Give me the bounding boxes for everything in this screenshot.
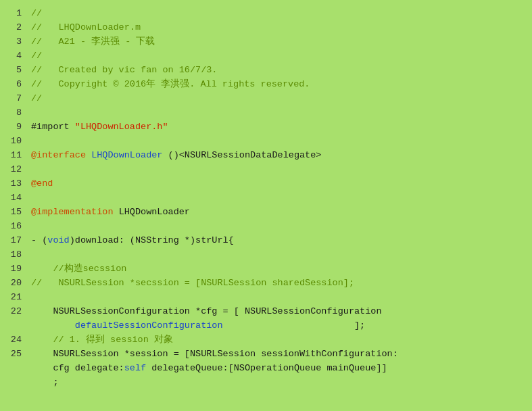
code-line-25-cont2: ; bbox=[0, 376, 532, 390]
line-content: // bbox=[31, 49, 527, 64]
line-number: 19 bbox=[5, 262, 22, 276]
line-content: // Created by vic fan on 16/7/3. bbox=[31, 64, 527, 78]
code-line-22: 22 NSURLSessionConfiguration *cfg = [ NS… bbox=[0, 305, 532, 319]
line-content: // A21 - 李洪强 - 下载 bbox=[31, 35, 527, 49]
line-content: defaultSessionConfiguration ]; bbox=[31, 319, 527, 333]
line-number: 8 bbox=[5, 106, 22, 120]
code-line-21: 21 bbox=[0, 291, 532, 305]
line-number: 22 bbox=[5, 305, 22, 319]
line-number: 18 bbox=[5, 248, 22, 262]
line-number: 2 bbox=[5, 21, 22, 35]
line-number: 4 bbox=[5, 49, 22, 64]
code-line-3: 3 // A21 - 李洪强 - 下载 bbox=[0, 35, 532, 49]
code-line-17: 17 - (void)download: (NSString *)strUrl{ bbox=[0, 234, 532, 248]
line-number: 1 bbox=[5, 7, 22, 21]
line-content: NSURLSession *session = [NSURLSession se… bbox=[31, 347, 527, 362]
line-content bbox=[31, 220, 527, 234]
line-content: cfg delegate:self delegateQueue:[NSOpera… bbox=[31, 362, 527, 376]
line-content: - (void)download: (NSString *)strUrl{ bbox=[31, 234, 527, 248]
line-content: @implementation LHQDownLoader bbox=[31, 206, 527, 220]
line-number: 12 bbox=[5, 163, 22, 177]
code-line-5: 5 // Created by vic fan on 16/7/3. bbox=[0, 64, 532, 78]
line-content: // bbox=[31, 92, 527, 106]
line-content bbox=[31, 291, 527, 305]
line-content: ; bbox=[31, 376, 527, 390]
code-line-14: 14 bbox=[0, 191, 532, 206]
code-line-4: 4 // bbox=[0, 49, 532, 64]
line-content bbox=[31, 248, 527, 262]
line-content: // Copyright © 2016年 李洪强. All rights res… bbox=[31, 78, 527, 92]
code-editor: 1 // 2 // LHQDownLoader.m 3 // A21 - 李洪强… bbox=[0, 4, 532, 393]
code-line-2: 2 // LHQDownLoader.m bbox=[0, 21, 532, 35]
line-number: 10 bbox=[5, 135, 22, 149]
line-number: 25 bbox=[5, 347, 22, 362]
code-line-16: 16 bbox=[0, 220, 532, 234]
code-line-15: 15 @implementation LHQDownLoader bbox=[0, 206, 532, 220]
code-line-7: 7 // bbox=[0, 92, 532, 106]
line-number: 16 bbox=[5, 220, 22, 234]
line-content: #import "LHQDownLoader.h" bbox=[31, 120, 527, 135]
line-number: 24 bbox=[5, 333, 22, 347]
line-content: @end bbox=[31, 177, 527, 191]
code-line-10: 10 bbox=[0, 135, 532, 149]
code-line-13: 13 @end bbox=[0, 177, 532, 191]
code-line-1: 1 // bbox=[0, 7, 532, 21]
line-number: 15 bbox=[5, 206, 22, 220]
line-number: 6 bbox=[5, 78, 22, 92]
line-content bbox=[31, 106, 527, 120]
line-content: // LHQDownLoader.m bbox=[31, 21, 527, 35]
code-line-25: 25 NSURLSession *session = [NSURLSession… bbox=[0, 347, 532, 362]
line-number: 3 bbox=[5, 35, 22, 49]
code-line-11: 11 @interface LHQDownLoader ()<NSURLSess… bbox=[0, 149, 532, 163]
code-line-19: 19 //构造secssion bbox=[0, 262, 532, 276]
line-number: 11 bbox=[5, 149, 22, 163]
line-number: 14 bbox=[5, 191, 22, 206]
code-line-25-cont1: cfg delegate:self delegateQueue:[NSOpera… bbox=[0, 362, 532, 376]
line-number: 17 bbox=[5, 234, 22, 248]
line-content: // bbox=[31, 7, 527, 21]
code-line-22-cont: defaultSessionConfiguration ]; bbox=[0, 319, 532, 333]
line-content bbox=[31, 135, 527, 149]
line-content: // NSURLSession *secssion = [NSURLSessio… bbox=[31, 276, 527, 291]
line-content bbox=[31, 163, 527, 177]
line-number: 13 bbox=[5, 177, 22, 191]
code-line-20: 20 // NSURLSession *secssion = [NSURLSes… bbox=[0, 276, 532, 291]
code-line-12: 12 bbox=[0, 163, 532, 177]
line-number: 7 bbox=[5, 92, 22, 106]
code-line-18: 18 bbox=[0, 248, 532, 262]
code-line-9: 9 #import "LHQDownLoader.h" bbox=[0, 120, 532, 135]
line-content: // 1. 得到 session 对象 bbox=[31, 333, 527, 347]
line-number: 5 bbox=[5, 64, 22, 78]
line-content: @interface LHQDownLoader ()<NSURLSession… bbox=[31, 149, 527, 163]
line-number: 21 bbox=[5, 291, 22, 305]
code-line-8: 8 bbox=[0, 106, 532, 120]
line-content bbox=[31, 191, 527, 206]
line-number: 9 bbox=[5, 120, 22, 135]
code-line-6: 6 // Copyright © 2016年 李洪强. All rights r… bbox=[0, 78, 532, 92]
line-number: 20 bbox=[5, 276, 22, 291]
code-line-24: 24 // 1. 得到 session 对象 bbox=[0, 333, 532, 347]
line-content: NSURLSessionConfiguration *cfg = [ NSURL… bbox=[31, 305, 527, 319]
line-content: //构造secssion bbox=[31, 262, 527, 276]
